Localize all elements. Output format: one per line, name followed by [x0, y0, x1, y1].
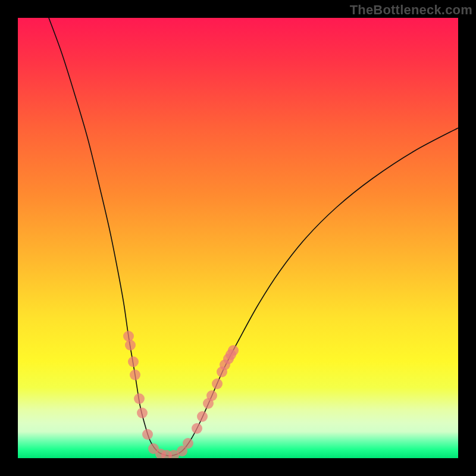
marker-dot — [134, 393, 145, 404]
bottleneck-curve — [49, 18, 458, 456]
watermark-text: TheBottleneck.com — [350, 2, 472, 18]
marker-dot — [206, 390, 217, 401]
marker-dot — [197, 411, 208, 422]
marker-dot — [137, 408, 148, 418]
marker-dot — [212, 378, 223, 389]
marker-dot — [183, 438, 193, 449]
marker-dot — [192, 423, 202, 434]
chart-overlay — [18, 18, 458, 458]
marker-group — [123, 331, 239, 458]
marker-dot — [125, 340, 136, 350]
marker-dot — [123, 331, 134, 342]
marker-dot — [228, 345, 239, 356]
marker-dot — [128, 356, 139, 367]
marker-dot — [142, 429, 153, 440]
marker-dot — [130, 369, 140, 380]
chart-frame — [18, 18, 458, 458]
